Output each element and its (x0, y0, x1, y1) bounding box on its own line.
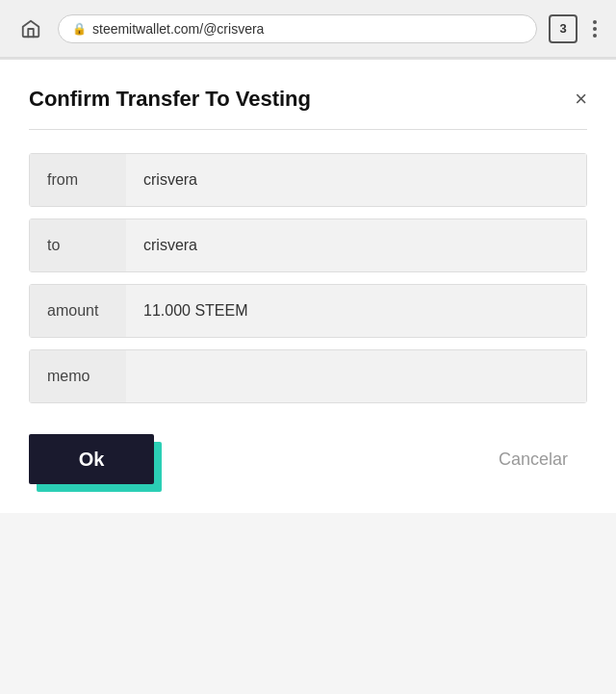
from-label: from (30, 154, 126, 206)
to-row: to crisvera (29, 218, 587, 272)
ok-button[interactable]: Ok (29, 434, 154, 484)
lock-icon: 🔒 (72, 22, 87, 36)
from-row: from crisvera (29, 153, 587, 207)
home-button[interactable] (15, 13, 46, 44)
dialog-header: Confirm Transfer To Vesting × (29, 87, 587, 112)
memo-label: memo (30, 350, 126, 402)
amount-label: amount (30, 285, 126, 337)
cancel-button[interactable]: Cancelar (479, 440, 587, 479)
close-button[interactable]: × (575, 89, 587, 110)
from-value: crisvera (126, 154, 586, 206)
to-value: crisvera (126, 219, 586, 271)
ok-button-wrap: Ok (29, 434, 154, 484)
amount-row: amount 11.000 STEEM (29, 284, 587, 338)
memo-row: memo (29, 349, 587, 403)
dialog-divider (29, 129, 587, 130)
address-bar[interactable]: 🔒 steemitwallet.com/@crisvera (58, 14, 537, 43)
browser-chrome: 🔒 steemitwallet.com/@crisvera 3 (0, 0, 616, 58)
dialog-title: Confirm Transfer To Vesting (29, 87, 311, 112)
button-row: Ok Cancelar (29, 434, 587, 484)
amount-value: 11.000 STEEM (126, 285, 586, 337)
menu-button[interactable] (589, 16, 601, 41)
memo-value (126, 350, 586, 402)
url-text: steemitwallet.com/@crisvera (92, 21, 264, 37)
to-label: to (30, 219, 126, 271)
confirm-transfer-dialog: Confirm Transfer To Vesting × from crisv… (0, 60, 616, 513)
tab-count[interactable]: 3 (549, 14, 578, 43)
